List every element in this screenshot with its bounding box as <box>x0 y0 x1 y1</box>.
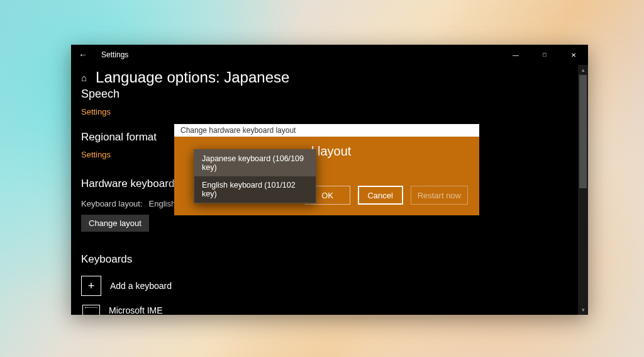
dialog-heading-fragment: l layout <box>311 144 468 159</box>
ime-row[interactable]: Microsoft IME <box>81 305 578 315</box>
kb-layout-key: Keyboard layout: <box>81 199 143 208</box>
plus-icon: + <box>81 276 101 296</box>
change-layout-button[interactable]: Change layout <box>81 215 149 232</box>
ime-label: Microsoft IME <box>109 305 163 315</box>
speech-settings-link[interactable]: Settings <box>81 107 111 116</box>
close-button[interactable]: ✕ <box>559 45 588 65</box>
titlebar-left: ← Settings <box>79 50 128 60</box>
layout-dropdown[interactable]: Japanese keyboard (106/109 key) English … <box>194 149 316 203</box>
maximize-button[interactable]: □ <box>530 45 559 65</box>
back-icon[interactable]: ← <box>79 50 87 60</box>
home-icon[interactable]: ⌂ <box>81 72 87 83</box>
cancel-button[interactable]: Cancel <box>358 186 403 205</box>
dialog-button-row: OK Cancel Restart now <box>305 186 468 205</box>
restart-now-button[interactable]: Restart now <box>411 186 468 205</box>
scroll-thumb[interactable] <box>579 75 587 188</box>
dropdown-option-japanese[interactable]: Japanese keyboard (106/109 key) <box>194 150 316 176</box>
keyboard-icon <box>82 305 100 315</box>
dialog-title: Change hardware keyboard layout <box>174 124 479 137</box>
dropdown-option-english[interactable]: English keyboard (101/102 key) <box>194 176 316 203</box>
section-speech-heading: Speech <box>81 88 578 101</box>
titlebar: ← Settings — □ ✕ <box>71 45 588 65</box>
page-header: ⌂ Language options: Japanese <box>81 69 578 86</box>
window-controls: — □ ✕ <box>501 45 588 65</box>
page-title: Language options: Japanese <box>96 69 289 86</box>
add-keyboard-button[interactable]: + Add a keyboard <box>81 276 578 296</box>
scroll-up-icon[interactable]: ▴ <box>578 65 588 75</box>
app-title: Settings <box>101 50 128 59</box>
settings-window: ← Settings — □ ✕ ⌂ Language options: Jap… <box>71 45 588 315</box>
scrollbar[interactable]: ▴ ▾ <box>578 65 588 315</box>
regional-settings-link[interactable]: Settings <box>81 150 111 159</box>
minimize-button[interactable]: — <box>501 45 530 65</box>
section-keyboards-heading: Keyboards <box>81 253 578 266</box>
add-keyboard-label: Add a keyboard <box>110 281 172 291</box>
scroll-down-icon[interactable]: ▾ <box>578 305 588 315</box>
